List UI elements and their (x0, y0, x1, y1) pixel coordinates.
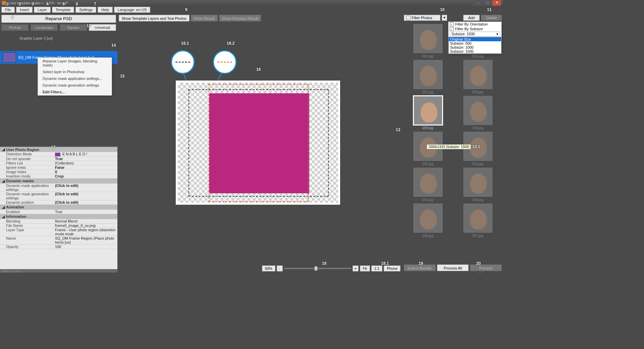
prop-row[interactable]: Insertion modeCrop (0, 174, 117, 179)
menu-template[interactable]: Template (52, 7, 74, 13)
process-all-button[interactable]: Process All (437, 264, 469, 271)
template-canvas[interactable] (176, 81, 340, 205)
subsize-select[interactable]: Subsize: 1500▾ (450, 32, 500, 37)
prop-value[interactable]: 100 (54, 245, 117, 249)
photo-region-outline[interactable] (209, 84, 309, 202)
prop-row[interactable]: File Nameframe0_image_0_uv.png (0, 223, 117, 228)
ctx-edit-filters[interactable]: Edit Filters... (38, 89, 112, 95)
prop-value[interactable]: frame0_image_0_uv.png (54, 223, 117, 228)
thumb-image[interactable] (413, 95, 443, 126)
orient-landscape[interactable]: Landscape (31, 24, 58, 31)
prop-value[interactable]: 0 (54, 170, 117, 174)
prop-row[interactable]: BlendingNormal Blend (0, 219, 117, 223)
photo-thumb[interactable]: 010.jpg (454, 95, 502, 130)
filter-photos-checkbox[interactable]: ✓ (406, 16, 410, 20)
maximize-button[interactable]: □ (483, 0, 492, 6)
thumb-image[interactable] (463, 95, 493, 126)
zoom-slider-knob[interactable] (314, 266, 318, 271)
prop-value[interactable]: (Collection) (54, 161, 117, 165)
ctx-select-in-ps[interactable]: Select layer in Photoshop (38, 68, 112, 75)
collapse-icon: ◢ (2, 214, 5, 219)
prop-row[interactable]: Do not upscaleTrue (0, 157, 117, 161)
zoom-slider[interactable] (284, 268, 351, 269)
zoom-out-button[interactable]: - (277, 265, 283, 271)
prop-value[interactable]: True (54, 210, 117, 214)
prop-row[interactable]: Image Index0 (0, 170, 117, 174)
filter-dropdown-button[interactable]: ▾ (442, 15, 447, 21)
prop-row[interactable]: Dynamic position(Click to edit) (0, 200, 117, 205)
zoom-in-button[interactable]: + (353, 265, 359, 271)
zoom-phone-button[interactable]: Phone (384, 265, 400, 271)
menu-language[interactable]: Language: en-US (114, 7, 150, 13)
orient-square[interactable]: Square (60, 24, 87, 31)
photo-thumb[interactable]: 035.jpg (454, 167, 502, 202)
menu-layer[interactable]: Layer (34, 7, 51, 13)
prop-value[interactable]: (Click to edit) (54, 200, 117, 204)
menu-file[interactable]: File (1, 7, 15, 13)
ctx-reparse-layer[interactable]: Reparse Layer (images, blending, mask) (38, 58, 112, 68)
prop-row[interactable]: Distortion ModeE N A B L E D ! (0, 152, 117, 157)
prop-row[interactable]: Dynamic mask application settings(Click … (0, 184, 117, 192)
photo-thumb[interactable]: 007.jpg (404, 59, 452, 94)
propgroup-header[interactable]: ◢Dynamic masks (0, 179, 117, 184)
close-button[interactable]: ✕ (492, 0, 501, 6)
subsize-option[interactable]: Subsize: 500 (449, 41, 501, 45)
zoom-percent[interactable]: 50% (262, 265, 275, 271)
zoom-fit-button[interactable]: Fit (360, 265, 370, 271)
prop-value[interactable]: Frame - User photo region (distortion mo… (54, 228, 117, 236)
prop-value[interactable]: SQ_DM Frame Region (Place photo here) [u… (54, 236, 117, 244)
prop-value[interactable]: (Click to edit) (54, 184, 117, 192)
prop-row[interactable]: EnabledTrue (0, 210, 117, 214)
thumb-image[interactable] (413, 167, 443, 197)
prop-row[interactable]: Dynamic mask generation settings(Click t… (0, 192, 117, 200)
prop-value[interactable]: E N A B L E D ! (54, 152, 117, 156)
zoom-1to1-button[interactable]: 1:1 (371, 265, 382, 271)
propgroup-header[interactable]: ◢Animation (0, 205, 117, 210)
orient-portrait[interactable]: Portrait (1, 24, 29, 31)
filter-orient-checkbox[interactable]: ✓ (450, 22, 454, 26)
menu-insert[interactable]: Insert (16, 7, 33, 13)
ctx-mask-app[interactable]: Dynamic mask application settings... (38, 75, 112, 82)
photo-thumb[interactable]: 034.jpg (404, 167, 452, 202)
prop-row[interactable]: NameSQ_DM Frame Region (Place photo here… (0, 236, 117, 245)
menu-settings[interactable]: Settings (75, 7, 96, 13)
photo-thumb[interactable]: 008.jpg (454, 59, 502, 94)
subsize-option[interactable]: Original Size (449, 37, 501, 41)
layer-list[interactable]: Graphic Layer 1 [uv] SQ_DM Frame Region … (0, 32, 117, 146)
propgroup-header[interactable]: ◢User Photo Region (0, 147, 117, 152)
canvas-area[interactable]: Show Template Layers and Test Photos Sho… (117, 13, 402, 272)
thumb-image[interactable] (413, 59, 443, 90)
prop-row[interactable]: Ignore metaFalse (0, 165, 117, 170)
menu-help[interactable]: Help (98, 7, 113, 13)
prop-value[interactable]: False (54, 165, 117, 169)
subsize-option[interactable]: Subsize: 1500 (449, 49, 501, 53)
photo-thumb[interactable]: 001.jpg (404, 23, 452, 58)
prop-row[interactable]: Opacity100 (0, 245, 117, 249)
reparse-psd-button[interactable]: Reparse PSD (1, 15, 116, 23)
orient-universal[interactable]: Universal (89, 24, 116, 31)
thumb-image[interactable] (463, 59, 493, 90)
ctx-mask-gen[interactable]: Dynamic mask generation settings (38, 82, 112, 89)
propgroup-header[interactable]: ◢Information (0, 214, 117, 219)
photo-thumb-grid[interactable]: 001.jpg 005.jpg 007.jpg 008.jpg 009.jpg … (402, 22, 503, 263)
prop-value[interactable]: Normal Blend (54, 219, 117, 223)
minimize-button[interactable]: – (474, 0, 482, 6)
thumb-image[interactable] (463, 203, 493, 233)
prop-row[interactable]: Layer TypeFrame - User photo region (dis… (0, 228, 117, 236)
prop-row[interactable]: Filters List(Collection) (0, 161, 117, 165)
thumb-image[interactable] (463, 167, 493, 197)
filter-photos-toggle[interactable]: ✓ Filter Photos (404, 15, 440, 21)
add-photo-button[interactable]: Add (463, 15, 480, 21)
thumb-image[interactable] (413, 23, 443, 54)
prop-value[interactable]: True (54, 157, 117, 161)
layer-row[interactable]: Graphic Layer 1 [uv] (0, 35, 117, 42)
subsize-option[interactable]: Subsize: 1000 (449, 45, 501, 49)
prop-value[interactable]: (Click to edit) (54, 192, 117, 200)
prop-value[interactable]: Crop (54, 174, 117, 178)
photo-thumb[interactable]: 036.jpg (404, 203, 452, 238)
photo-thumb[interactable]: 009.jpg (404, 95, 452, 130)
photo-thumb[interactable]: 037.jpg (454, 203, 502, 238)
thumb-image[interactable] (413, 203, 443, 233)
show-layers-button[interactable]: Show Template Layers and Test Photos (119, 15, 190, 21)
filter-subsize-checkbox[interactable]: ✓ (450, 27, 454, 31)
